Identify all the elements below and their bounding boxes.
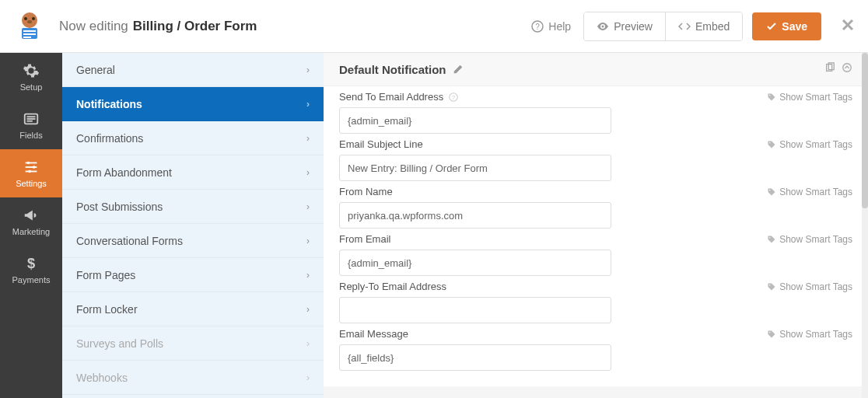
settings-item-general[interactable]: General › — [62, 53, 324, 87]
chevron-right-icon: › — [306, 65, 310, 75]
svg-rect-5 — [23, 30, 36, 32]
svg-point-32 — [769, 332, 771, 333]
rail-item-setup[interactable]: Setup — [0, 53, 62, 101]
chevron-right-icon: › — [306, 133, 310, 144]
preview-button[interactable]: Preview — [584, 12, 665, 40]
settings-item-confirmations[interactable]: Confirmations › — [62, 121, 324, 155]
smart-tags-toggle[interactable]: Show Smart Tags — [767, 139, 852, 150]
svg-point-16 — [27, 162, 30, 165]
tag-icon — [767, 282, 776, 292]
smart-tags-toggle[interactable]: Show Smart Tags — [767, 234, 852, 245]
svg-point-24 — [843, 64, 852, 72]
dollar-icon: $ — [23, 255, 40, 272]
svg-point-20 — [28, 170, 31, 173]
svg-point-1 — [24, 17, 27, 20]
icon-rail: Setup Fields Settings Marketing $ Paymen… — [0, 53, 62, 398]
embed-button[interactable]: Embed — [665, 12, 742, 40]
settings-item-label: Form Pages — [76, 269, 135, 281]
from-email-input[interactable] — [339, 250, 611, 276]
gear-icon — [23, 62, 40, 79]
field-from-name: From Name Show Smart Tags — [324, 181, 868, 229]
scrollbar-thumb[interactable] — [862, 53, 868, 208]
form-name[interactable]: Billing / Order Form — [133, 19, 257, 34]
field-message: Email Message Show Smart Tags — [324, 323, 868, 371]
field-label: From Email — [339, 233, 390, 245]
smart-tags-toggle[interactable]: Show Smart Tags — [767, 281, 852, 292]
tag-icon — [767, 330, 776, 339]
scrollbar[interactable] — [862, 53, 868, 398]
settings-item-surveys-polls[interactable]: Surveys and Polls › — [62, 326, 324, 361]
settings-item-form-locker[interactable]: Form Locker › — [62, 292, 324, 326]
rail-item-settings[interactable]: Settings — [0, 149, 62, 197]
preview-label: Preview — [614, 20, 653, 33]
sliders-icon — [23, 159, 40, 176]
svg-point-30 — [769, 237, 771, 239]
svg-point-10 — [602, 25, 604, 27]
field-from-email: From Email Show Smart Tags — [324, 229, 868, 276]
chevron-right-icon: › — [306, 99, 310, 110]
check-icon — [766, 21, 777, 32]
content-area: Default Notification Send To Email Addre… — [324, 53, 868, 398]
from-name-input[interactable] — [339, 202, 611, 229]
svg-point-2 — [32, 17, 35, 20]
field-label: From Name — [339, 186, 393, 197]
smart-tags-toggle[interactable]: Show Smart Tags — [767, 329, 852, 340]
smart-tags-toggle[interactable]: Show Smart Tags — [767, 92, 852, 103]
help-link[interactable]: ? Help — [531, 20, 571, 33]
tag-icon — [767, 235, 776, 244]
preview-embed-group: Preview Embed — [583, 12, 743, 41]
svg-rect-7 — [23, 37, 31, 38]
message-input[interactable] — [339, 344, 611, 371]
topbar: Now editing Billing / Order Form ? Help … — [0, 0, 868, 53]
send-to-input[interactable] — [339, 107, 611, 134]
code-icon — [678, 20, 691, 33]
rail-item-fields[interactable]: Fields — [0, 101, 62, 149]
panel-header: Default Notification — [324, 53, 868, 86]
settings-item-notifications[interactable]: Notifications › — [62, 87, 324, 121]
rail-label: Setup — [20, 82, 43, 92]
app-logo — [12, 9, 47, 44]
svg-point-29 — [769, 190, 771, 191]
settings-item-conversational-forms[interactable]: Conversational Forms › — [62, 224, 324, 258]
svg-point-28 — [769, 142, 771, 144]
rail-label: Settings — [16, 179, 47, 188]
tag-icon — [767, 140, 776, 149]
smart-tags-toggle[interactable]: Show Smart Tags — [767, 187, 852, 197]
subject-input[interactable] — [339, 155, 611, 181]
field-label: Send To Email Address — [339, 91, 443, 103]
rail-label: Fields — [19, 131, 42, 140]
close-button[interactable] — [840, 16, 856, 37]
list-icon — [23, 110, 40, 127]
duplicate-icon[interactable] — [824, 62, 835, 76]
settings-item-label: Form Locker — [76, 303, 138, 316]
save-button[interactable]: Save — [752, 12, 821, 40]
settings-item-label: Conversational Forms — [76, 235, 183, 247]
settings-item-webhooks[interactable]: Webhooks › — [62, 361, 324, 395]
settings-item-post-submissions[interactable]: Post Submissions › — [62, 190, 324, 224]
svg-text:$: $ — [27, 255, 35, 271]
save-label: Save — [782, 20, 807, 33]
svg-point-31 — [769, 285, 771, 286]
help-icon[interactable]: ? — [448, 92, 459, 103]
svg-rect-6 — [23, 33, 36, 35]
settings-item-label: Form Abandonment — [76, 166, 172, 179]
rail-item-payments[interactable]: $ Payments — [0, 246, 62, 294]
pencil-icon[interactable] — [453, 64, 464, 75]
tag-icon — [767, 187, 776, 197]
field-label: Email Subject Line — [339, 138, 423, 150]
eye-icon — [597, 20, 609, 33]
chevron-right-icon: › — [306, 167, 310, 178]
field-send-to: Send To Email Address ? Show Smart Tags — [324, 86, 868, 134]
settings-sidebar: General › Notifications › Confirmations … — [62, 53, 324, 398]
chevron-right-icon: › — [306, 236, 310, 246]
settings-item-form-abandonment[interactable]: Form Abandonment › — [62, 155, 324, 190]
rail-item-marketing[interactable]: Marketing — [0, 197, 62, 246]
svg-text:?: ? — [452, 93, 456, 100]
settings-item-label: Notifications — [76, 98, 142, 110]
settings-item-label: Confirmations — [76, 132, 143, 145]
settings-item-form-pages[interactable]: Form Pages › — [62, 258, 324, 292]
field-subject: Email Subject Line Show Smart Tags — [324, 134, 868, 181]
svg-point-27 — [769, 95, 771, 96]
reply-to-input[interactable] — [339, 297, 611, 323]
collapse-icon[interactable] — [842, 62, 852, 76]
